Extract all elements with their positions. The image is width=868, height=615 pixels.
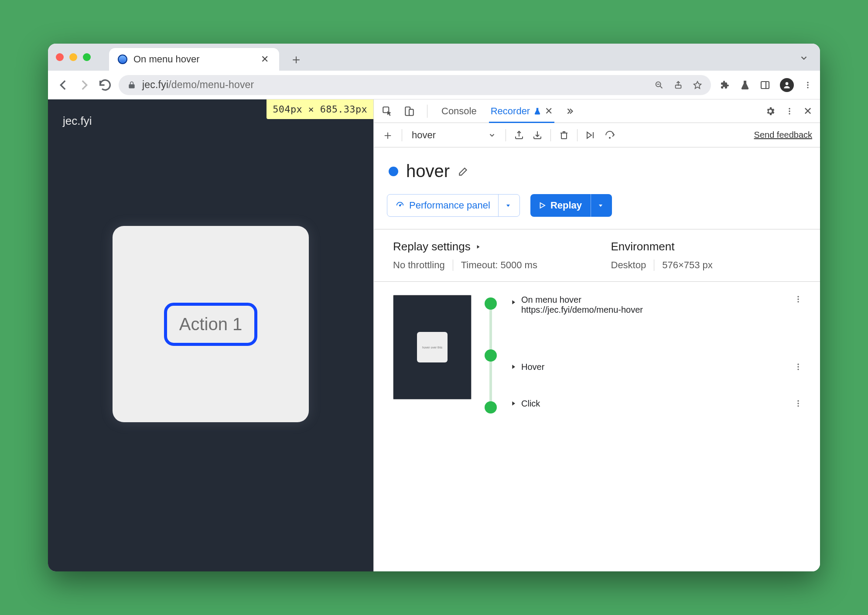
edit-name-icon[interactable] [458, 166, 469, 177]
step-title: Hover [521, 362, 544, 372]
extensions-icon[interactable] [720, 80, 730, 90]
step-title: On menu hover [521, 295, 643, 305]
zoom-icon[interactable] [654, 80, 664, 90]
reload-button[interactable] [98, 78, 113, 92]
svg-point-7 [786, 82, 789, 85]
step-menu-icon[interactable] [794, 399, 807, 408]
inspect-element-icon[interactable] [382, 106, 393, 117]
svg-point-34 [797, 369, 799, 370]
svg-point-20 [609, 137, 611, 139]
replay-dropdown-button[interactable] [591, 194, 604, 217]
svg-rect-17 [561, 133, 567, 139]
recorder-toolbar: ＋ hover Send feedback [374, 123, 820, 147]
recording-select[interactable]: hover [410, 130, 498, 141]
step-menu-icon[interactable] [794, 362, 807, 371]
devtools-tabbar: Console Recorder ✕ ✕ [374, 99, 820, 123]
svg-point-30 [797, 301, 799, 302]
window-close-button[interactable] [56, 53, 64, 61]
page-viewport: jec.fyi 504px × 685.33px Action 1 [48, 99, 373, 571]
back-button[interactable] [56, 78, 71, 92]
chevron-right-icon [510, 363, 517, 370]
timeline [482, 295, 499, 416]
devtools-close-icon[interactable]: ✕ [803, 105, 812, 117]
send-feedback-link[interactable]: Send feedback [754, 130, 812, 140]
window-controls [54, 44, 95, 71]
chevron-down-icon [488, 131, 496, 139]
content-area: jec.fyi 504px × 685.33px Action 1 Consol… [48, 99, 820, 571]
svg-point-33 [797, 366, 799, 367]
svg-point-38 [797, 405, 799, 407]
svg-marker-4 [694, 81, 701, 88]
step-title: Click [521, 399, 540, 409]
bookmark-icon[interactable] [693, 80, 702, 90]
svg-marker-27 [512, 300, 515, 304]
more-tabs-icon[interactable] [565, 106, 574, 116]
steps-list: On menu hover https://jec.fyi/demo/menu-… [510, 295, 807, 416]
url-host: jec.fyi [142, 79, 168, 90]
svg-point-16 [789, 113, 790, 114]
step-row[interactable]: On menu hover https://jec.fyi/demo/menu-… [510, 295, 807, 343]
replay-button-label: Replay [550, 200, 582, 211]
tab-close-icon[interactable]: ✕ [545, 106, 553, 117]
replay-button[interactable]: Replay [530, 194, 612, 217]
delete-icon[interactable] [559, 130, 569, 140]
forward-button[interactable] [77, 78, 92, 92]
performance-panel-label: Performance panel [409, 200, 490, 211]
replay-settings-title[interactable]: Replay settings [393, 240, 589, 253]
tabs-overflow-button[interactable] [799, 53, 809, 63]
throttling-value: No throttling [393, 260, 445, 271]
settings-icon[interactable] [765, 106, 776, 116]
browser-menu-icon[interactable] [803, 81, 812, 89]
device-toolbar-icon[interactable] [403, 106, 415, 117]
timeout-value: Timeout: 5000 ms [461, 260, 537, 271]
window-maximize-button[interactable] [83, 53, 91, 61]
window-minimize-button[interactable] [69, 53, 77, 61]
step-row[interactable]: Hover [510, 343, 807, 391]
step-menu-icon[interactable] [794, 295, 807, 304]
address-bar[interactable]: jec.fyi/demo/menu-hover [119, 75, 711, 95]
recording-select-value: hover [412, 130, 436, 141]
step-row[interactable]: Click [510, 391, 807, 416]
tab-title: On menu hover [133, 54, 253, 65]
perf-dropdown-button[interactable] [498, 195, 512, 216]
side-panel-icon[interactable] [760, 80, 770, 90]
action-button-row: Performance panel Replay [387, 194, 807, 217]
timeline-node [485, 297, 497, 310]
svg-marker-31 [512, 365, 515, 369]
toolbar: jec.fyi/demo/menu-hover [48, 71, 820, 99]
svg-point-10 [807, 87, 808, 88]
svg-point-14 [789, 108, 790, 109]
new-tab-button[interactable]: ＋ [285, 48, 307, 71]
continue-icon[interactable] [585, 130, 597, 140]
devtools-menu-icon[interactable] [785, 107, 794, 116]
play-icon [538, 202, 546, 209]
svg-point-9 [807, 84, 808, 85]
export-icon[interactable] [514, 130, 524, 140]
tab-close-button[interactable]: ✕ [259, 53, 270, 66]
omnibox-actions [654, 80, 702, 90]
url-path: /demo/menu-hover [168, 79, 254, 90]
performance-panel-button[interactable]: Performance panel [387, 194, 520, 217]
svg-point-36 [797, 400, 799, 402]
import-icon[interactable] [532, 130, 543, 140]
experiments-icon[interactable] [740, 80, 750, 90]
svg-line-1 [660, 86, 663, 88]
tab-favicon [118, 55, 127, 64]
profile-avatar[interactable] [780, 78, 794, 92]
recorder-body: hover Performance panel Replay [374, 147, 820, 571]
tab-console[interactable]: Console [440, 99, 478, 123]
menu-card: Action 1 [113, 226, 309, 422]
browser-tab[interactable]: On menu hover ✕ [109, 48, 279, 71]
new-recording-button[interactable]: ＋ [382, 127, 394, 144]
svg-marker-18 [587, 132, 591, 138]
svg-rect-13 [409, 109, 413, 115]
tab-recorder[interactable]: Recorder ✕ [489, 99, 554, 123]
gauge-icon [395, 201, 405, 210]
svg-point-22 [400, 205, 401, 206]
action-button-highlighted[interactable]: Action 1 [164, 303, 258, 346]
share-icon[interactable] [673, 80, 683, 90]
svg-marker-35 [512, 401, 515, 405]
step-icon[interactable] [605, 130, 617, 140]
lock-icon [127, 81, 136, 89]
svg-point-29 [797, 298, 799, 300]
